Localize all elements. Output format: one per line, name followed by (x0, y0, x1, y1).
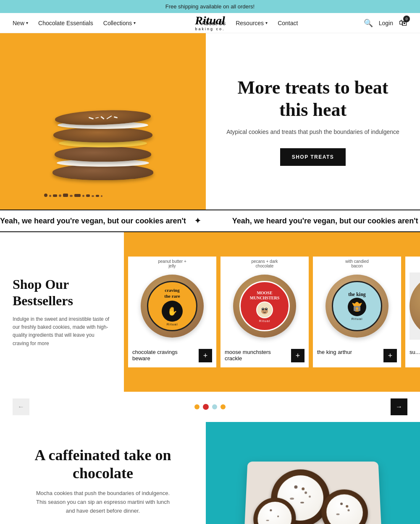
product-card-3: with candiedbacon the king (313, 257, 401, 367)
marquee-section: Yeah, we heard you're vegan, but our coo… (0, 210, 420, 232)
hero-title: More treats to beat this heat (223, 77, 403, 121)
product-2-info: moose munchsters crackle + (220, 344, 309, 367)
svg-point-5 (266, 308, 267, 309)
collections-chevron-icon: ▾ (134, 21, 136, 25)
search-icon[interactable]: 🔍 (364, 18, 373, 28)
product-4-flavor-partial: su... (405, 257, 420, 268)
announcement-bar: Free shipping available on all orders! (0, 0, 420, 13)
carousel-dots (194, 404, 226, 410)
login-button[interactable]: Login (379, 20, 393, 26)
cookie-tray (244, 461, 382, 524)
bestsellers-description: Indulge in the sweet and irresistible ta… (13, 315, 111, 348)
hero-section: More treats to beat this heat Atypical c… (0, 33, 420, 210)
product-1-name: chocolate cravings beware (132, 349, 199, 362)
bestsellers-section: Shop Our Bestsellers Indulge in the swee… (0, 232, 420, 392)
nav-left: New ▾ Chocolate Essentials Collections ▾ (13, 20, 136, 26)
product-1-image: cravingthe rare ✋ Ritual (128, 268, 216, 344)
announcement-text: Free shipping available on all orders! (165, 3, 255, 10)
product-4-info-partial: su... + (405, 344, 420, 367)
nav-actions: 🔍 Login 🛍 0 (364, 18, 407, 28)
product-2-image: MOOSEMUNCHSTERS (220, 268, 309, 344)
coffee-title: A caffeinated take on chocolate (17, 446, 189, 482)
shop-treats-button[interactable]: SHOP TREATS (280, 148, 346, 166)
nav-chocolate-essentials[interactable]: Chocolate Essentials (38, 20, 93, 26)
marquee-item-1: Yeah, we heard you're vegan, but our coo… (0, 216, 207, 225)
hero-content: More treats to beat this heat Atypical c… (206, 33, 420, 210)
carousel-next-button[interactable]: → (391, 398, 407, 415)
add-product-1-button[interactable]: + (199, 349, 212, 362)
product-card-2: pecans + darkchocolate MOOSEMUNCHSTERS (220, 257, 309, 367)
coffee-content: A caffeinated take on chocolate Mocha co… (0, 422, 206, 524)
svg-point-4 (262, 308, 263, 309)
product-1-info: chocolate cravings beware + (128, 344, 216, 367)
cart-count: 0 (403, 16, 410, 22)
coffee-section: A caffeinated take on chocolate Mocha co… (0, 422, 420, 524)
product-2-flavor: pecans + darkchocolate (220, 257, 309, 268)
product-card-1: peanut butter +jelly cravingthe rare ✋ R… (128, 257, 216, 367)
product-1-flavor: peanut butter +jelly (128, 257, 216, 268)
nav-resources[interactable]: Resources ▾ (236, 20, 268, 26)
coffee-image (206, 422, 420, 524)
carousel-controls: ← → (0, 392, 420, 422)
bestsellers-products: peanut butter +jelly cravingthe rare ✋ R… (124, 232, 420, 392)
product-card-4-partial: su... su... + (405, 257, 420, 367)
carousel-dot-2[interactable] (203, 404, 209, 410)
product-3-image: the king Ritual (313, 268, 401, 344)
add-product-3-button[interactable]: + (383, 349, 397, 362)
carousel-dot-4[interactable] (220, 404, 226, 409)
product-3-flavor: with candiedbacon (313, 257, 401, 268)
cookie-layer-2 (55, 147, 151, 162)
cookie-layer-3 (53, 127, 152, 142)
crumble-decoration (44, 184, 162, 197)
carousel-dot-1[interactable] (194, 404, 200, 409)
add-product-2-button[interactable]: + (291, 349, 304, 362)
bestsellers-title: Shop Our Bestsellers (13, 276, 111, 309)
nav-logo[interactable]: Ritual baking co. (195, 14, 225, 31)
product-2-name: moose munchsters crackle (225, 349, 291, 362)
bestsellers-left: Shop Our Bestsellers Indulge in the swee… (0, 232, 124, 392)
cart-button[interactable]: 🛍 0 (399, 18, 407, 28)
marquee-track: Yeah, we heard you're vegan, but our coo… (0, 216, 420, 225)
svg-point-7 (356, 307, 358, 310)
new-chevron-icon: ▾ (26, 21, 28, 25)
resources-chevron-icon: ▾ (265, 21, 268, 25)
product-3-name: the king arthur (317, 349, 383, 355)
nav-collections[interactable]: Collections ▾ (103, 20, 136, 26)
product-4-name-partial: su... (410, 349, 420, 355)
coffee-description: Mocha cookies that push the boundaries o… (36, 489, 170, 515)
carousel-prev-button[interactable]: ← (13, 398, 29, 415)
marquee-item-2: Yeah, we heard you're vegan, but our coo… (232, 216, 420, 225)
carousel-dot-3[interactable] (212, 404, 217, 409)
nav-contact[interactable]: Contact (278, 20, 298, 26)
product-3-info: the king arthur + (313, 344, 401, 367)
navbar: New ▾ Chocolate Essentials Collections ▾… (0, 13, 420, 33)
hero-image (0, 33, 206, 210)
hero-subtitle: Atypical cookies and treats that push th… (226, 128, 399, 136)
nav-new[interactable]: New ▾ (13, 20, 28, 26)
product-4-image-partial (405, 268, 420, 344)
